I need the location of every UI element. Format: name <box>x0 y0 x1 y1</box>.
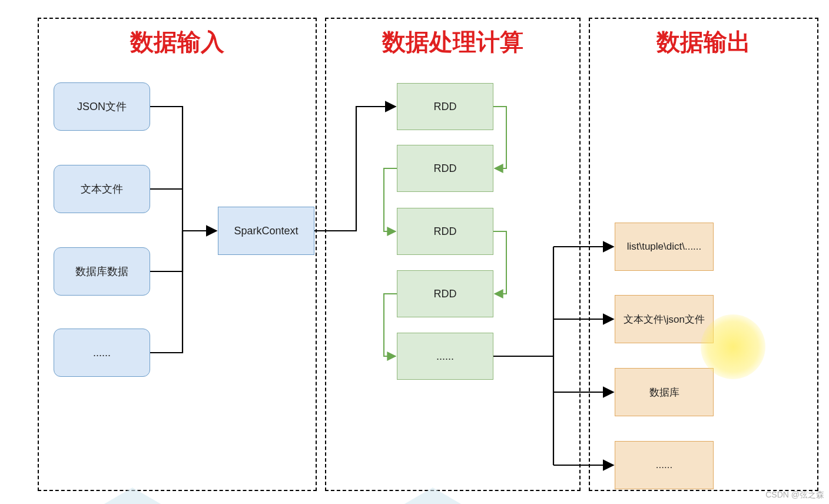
node-rdd-1-label: RDD <box>434 101 457 113</box>
node-input-more-label: ...... <box>93 347 111 359</box>
node-spark-context-label: SparkContext <box>234 225 298 237</box>
decor-triangle-right <box>400 488 465 504</box>
node-rdd-4-label: RDD <box>434 288 457 300</box>
node-rdd-4: RDD <box>397 270 493 317</box>
node-output-textjson: 文本文件\json文件 <box>615 295 714 343</box>
panel-input-title: 数据输入 <box>39 26 316 58</box>
panel-compute-title: 数据处理计算 <box>326 26 579 58</box>
node-rdd-3: RDD <box>397 208 493 255</box>
node-output-db-label: 数据库 <box>649 386 679 399</box>
watermark: CSDN @弦之森 <box>765 490 824 500</box>
node-input-more: ...... <box>54 329 150 377</box>
node-text-file: 文本文件 <box>54 165 150 213</box>
node-json-file-label: JSON文件 <box>77 100 127 114</box>
node-output-textjson-label: 文本文件\json文件 <box>624 313 705 326</box>
node-json-file: JSON文件 <box>54 82 150 131</box>
diagram-canvas: 数据输入 数据处理计算 数据输出 JSON文件 文本文件 数据库数据 .....… <box>0 0 829 504</box>
node-db-data-label: 数据库数据 <box>75 264 128 278</box>
node-output-list-label: list\tuple\dict\...... <box>627 241 702 253</box>
node-output-more: ...... <box>615 441 714 489</box>
decor-triangle-left <box>100 488 165 504</box>
node-db-data: 数据库数据 <box>54 247 150 296</box>
node-output-more-label: ...... <box>656 459 672 471</box>
node-rdd-2: RDD <box>397 145 493 192</box>
node-rdd-2-label: RDD <box>434 163 457 175</box>
node-output-list: list\tuple\dict\...... <box>615 223 714 271</box>
node-output-db: 数据库 <box>615 368 714 416</box>
node-text-file-label: 文本文件 <box>81 182 123 196</box>
node-rdd-5-label: ...... <box>436 350 454 363</box>
node-rdd-1: RDD <box>397 83 493 130</box>
node-rdd-3-label: RDD <box>434 226 457 238</box>
panel-output-title: 数据输出 <box>590 26 817 58</box>
node-spark-context: SparkContext <box>218 207 314 255</box>
node-rdd-5: ...... <box>397 333 493 380</box>
